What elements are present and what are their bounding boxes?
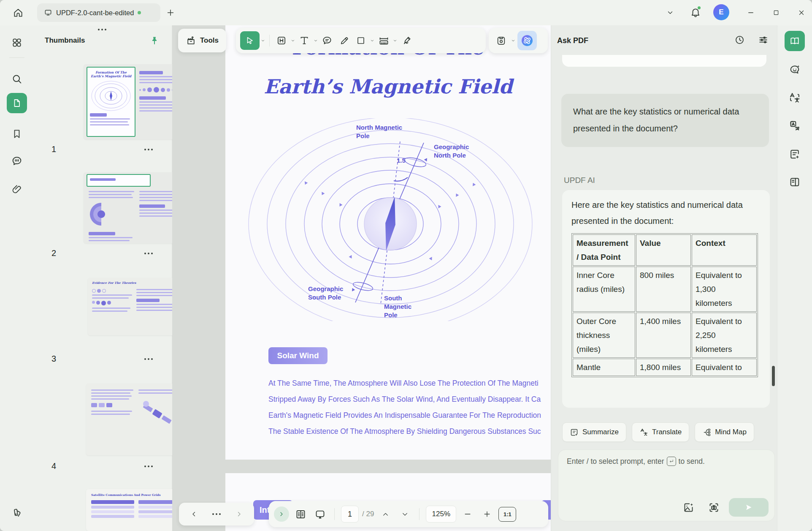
save-button[interactable] — [493, 32, 509, 49]
attachments-button[interactable] — [9, 181, 25, 197]
presentation-mode-button[interactable] — [312, 506, 328, 523]
translate-button[interactable]: Translate — [632, 422, 689, 442]
page-number-value: 1 — [348, 510, 352, 519]
minimize-button[interactable] — [744, 6, 758, 19]
apps-button[interactable] — [9, 35, 25, 51]
document-tab[interactable]: UPDF-2.0-cant-be-edited — [37, 3, 160, 22]
chat-settings-button[interactable] — [755, 32, 771, 47]
thumbnail-page-4[interactable] — [86, 384, 187, 455]
maximize-button[interactable] — [769, 6, 783, 19]
thumbnail-page-5[interactable]: Satellite Communications And Power Grids — [86, 489, 187, 531]
expand-bar-button[interactable] — [274, 506, 289, 522]
next-chevron-icon[interactable] — [235, 510, 243, 518]
pin-panel-button[interactable] — [147, 33, 162, 48]
zoom-in-button[interactable] — [479, 506, 495, 523]
bookmarks-button[interactable] — [9, 126, 25, 142]
ai-chat-tab-button[interactable] — [787, 62, 803, 78]
signature-tool-button[interactable] — [398, 32, 414, 49]
new-tab-button[interactable] — [164, 6, 177, 19]
close-button[interactable] — [794, 6, 809, 19]
thumbnail-page-1[interactable]: Formation Of The Earth’s Magnetic Field — [84, 64, 187, 139]
avatar[interactable]: E — [713, 4, 729, 20]
home-icon — [13, 7, 24, 18]
reading-mode-button[interactable] — [292, 506, 309, 523]
toolbox-icon — [186, 35, 196, 46]
page-down-button[interactable] — [397, 506, 413, 523]
palette-swatches-icon — [11, 507, 23, 518]
ask-pdf-tab-button[interactable] — [785, 31, 805, 51]
translate-document-tab-button[interactable] — [787, 117, 803, 133]
pdf-paragraph: At The Same Time, The Atmosphere Will Al… — [268, 375, 551, 439]
pdf-page-1: Formation Of The Earth’s Magnetic Field — [225, 25, 551, 460]
chat-input-box[interactable]: Enter / to select prompt, enter to send. — [558, 449, 775, 521]
panel-scrollbar-thumb[interactable] — [772, 366, 775, 386]
select-tool-button[interactable] — [240, 31, 260, 50]
text-tool-chevron-icon[interactable] — [313, 38, 318, 43]
table-row: Mantle 1,800 miles Equivalent to — [573, 359, 757, 376]
screenshot-button[interactable] — [706, 500, 721, 515]
rail-divider — [9, 57, 24, 58]
comment-search-icon — [322, 35, 333, 46]
pencil-icon — [339, 35, 349, 46]
thumbnails-panel-button[interactable] — [7, 93, 27, 113]
tools-button[interactable]: Tools — [178, 29, 226, 52]
thumbnail-page-2[interactable] — [84, 172, 187, 243]
actual-size-button[interactable]: 1:1 — [498, 507, 516, 522]
thumb3-left — [92, 287, 132, 313]
add-image-button[interactable] — [681, 500, 696, 515]
table-cell: 1,400 miles — [636, 313, 691, 358]
thumb3-more-button[interactable] — [144, 358, 153, 360]
heading-tool-button[interactable] — [273, 32, 290, 49]
table-cell: Equivalent to 1,300 kilometers — [692, 267, 757, 312]
mini-bar-more-icon[interactable] — [212, 513, 221, 515]
layout-tab-button[interactable] — [787, 174, 803, 190]
thumbnail-page-3[interactable]: Evidence For The Theories — [88, 278, 184, 335]
zoom-out-button[interactable] — [460, 506, 476, 523]
table-cell: Inner Core radius (miles) — [573, 267, 635, 312]
history-button[interactable] — [732, 32, 747, 47]
send-button[interactable] — [729, 498, 769, 517]
select-tool-chevron-icon[interactable] — [260, 38, 265, 43]
thumb2-more-button[interactable] — [144, 253, 153, 254]
text-icon — [299, 35, 310, 46]
comment-tool-button[interactable] — [319, 32, 335, 49]
page-up-button[interactable] — [377, 506, 393, 523]
prev-chevron-icon[interactable] — [190, 510, 198, 518]
visible-region-box: Formation Of The Earth’s Magnetic Field — [87, 67, 135, 137]
ai-stats-table: Measurement / Data Point Value Context I… — [571, 233, 758, 377]
notifications-button[interactable] — [688, 5, 703, 20]
shape-tool-button[interactable] — [353, 32, 369, 49]
book-spread-icon — [295, 509, 306, 520]
summarize-button[interactable]: Summarize — [562, 422, 626, 442]
save-icon — [496, 35, 506, 46]
zoom-level-input[interactable]: 125% — [426, 506, 456, 523]
page-number-input[interactable]: 1 — [341, 506, 359, 523]
page-nav-mini-bar — [179, 503, 254, 526]
ai-assistant-button[interactable] — [517, 31, 537, 50]
table-cell: Equivalent to — [692, 359, 757, 376]
measure-tool-button[interactable] — [376, 32, 392, 49]
panel-drag-handle[interactable] — [98, 29, 106, 30]
pencil-tool-button[interactable] — [336, 32, 352, 49]
plus-icon — [166, 8, 175, 17]
comments-button[interactable] — [9, 153, 25, 169]
save-chevron-icon[interactable] — [511, 38, 516, 43]
thumb4-more-button[interactable] — [144, 466, 153, 467]
chevron-down-icon — [401, 510, 409, 518]
collapse-toolbar-button[interactable] — [663, 6, 677, 19]
document-canvas[interactable]: Formation Of The Earth’s Magnetic Field — [172, 25, 551, 531]
ai-summary-tab-button[interactable] — [787, 146, 803, 162]
text-tool-button[interactable] — [296, 32, 312, 49]
translate-page-tab-button[interactable] — [787, 90, 803, 106]
home-button[interactable] — [9, 4, 27, 21]
main-toolbar — [236, 28, 486, 53]
comment-icon — [11, 155, 23, 167]
cursor-icon — [245, 36, 254, 45]
appearance-button[interactable] — [9, 504, 25, 520]
heading-tool-chevron-icon[interactable] — [290, 38, 295, 43]
search-button[interactable] — [9, 71, 25, 87]
shape-tool-chevron-icon[interactable] — [370, 38, 375, 43]
measure-tool-chevron-icon[interactable] — [392, 38, 398, 43]
mind-map-button[interactable]: Mind Map — [695, 422, 754, 442]
thumb1-more-button[interactable] — [144, 149, 153, 150]
